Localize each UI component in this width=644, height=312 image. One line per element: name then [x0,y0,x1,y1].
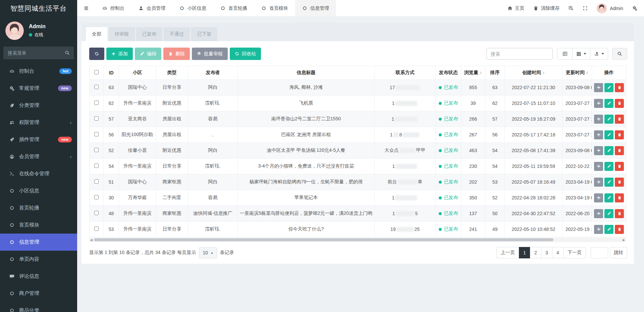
row-checkbox[interactable] [94,148,99,152]
add-button[interactable]: 添加 [106,48,133,60]
home-link[interactable]: 主页 [507,5,524,11]
row-checkbox[interactable] [94,227,99,231]
page-button-1[interactable]: 1 [519,247,530,258]
topbar-tab-会员管理[interactable]: 会员管理 [131,0,172,16]
sort-icon[interactable]: ▲▼ [542,71,545,74]
sidebar-item-权限管理[interactable]: 权限管理‹ [0,114,77,131]
row-checkbox[interactable] [94,116,99,121]
edit-row-button[interactable] [604,209,613,218]
delete-button[interactable]: 删除 [163,48,190,60]
delete-row-button[interactable] [615,209,624,218]
move-button[interactable] [594,130,603,139]
edit-row-button[interactable] [604,225,613,234]
tab-已发布[interactable]: 已发布 [136,27,162,41]
jump-page-input[interactable] [591,247,608,258]
sidebar-item-评论信息[interactable]: 评论信息 [0,268,77,285]
edit-row-button[interactable] [604,162,613,171]
sidebar-item-首页轮播[interactable]: 首页轮播 [0,199,77,216]
export-button[interactable] [590,48,608,60]
horizontal-scrollbar[interactable]: ◀ ▶ [89,238,626,242]
detail-view-button[interactable] [557,48,573,60]
row-checkbox[interactable] [94,85,99,89]
sidebar-item-信息管理[interactable]: 信息管理 [0,234,77,251]
sidebar-item-插件管理[interactable]: 插件管理new [0,131,77,148]
tab-待审核[interactable]: 待审核 [109,27,135,41]
move-button[interactable] [594,225,603,234]
refresh-button[interactable] [89,48,104,60]
sidebar-item-首页模块[interactable]: 首页模块 [0,216,77,234]
edit-row-button[interactable] [604,146,613,155]
row-checkbox[interactable] [94,179,99,184]
tab-不通过[interactable]: 不通过 [164,27,190,41]
edit-row-button[interactable] [604,99,613,108]
recycle-bin-button[interactable]: 回收站 [230,48,261,60]
sidebar-item-在线命令管理[interactable]: 在线命令管理 [0,165,77,182]
row-checkbox[interactable] [94,164,99,168]
sidebar-item-分类管理[interactable]: 分类管理 [0,97,77,114]
topbar-tab-信息管理[interactable]: 信息管理 [295,0,336,16]
batch-audit-button[interactable]: 批量审核 [192,48,228,60]
sidebar-item-控制台[interactable]: 控制台hot [0,63,77,80]
next-page-button[interactable]: 下一页 [563,247,586,258]
sort-icon[interactable]: ▲▼ [586,71,588,74]
delete-row-button[interactable] [615,83,624,92]
row-checkbox[interactable] [94,132,99,136]
edit-button[interactable]: 编辑 [135,48,161,60]
page-button-2[interactable]: 2 [530,247,541,258]
fullscreen-button[interactable] [583,6,588,11]
topbar-tab-控制台[interactable]: 控制台 [95,0,131,16]
page-button-4[interactable]: 4 [552,247,564,258]
edit-row-button[interactable] [604,178,613,187]
delete-row-button[interactable] [615,178,624,187]
delete-row-button[interactable] [615,99,624,108]
topbar-tab-首页模块[interactable]: 首页模块 [254,0,295,16]
delete-row-button[interactable] [615,193,624,202]
row-checkbox[interactable] [94,195,99,199]
sidebar-item-会员管理[interactable]: 会员管理‹ [0,148,77,165]
move-button[interactable] [594,209,603,218]
delete-row-button[interactable] [615,130,624,139]
sidebar-item-单页内容[interactable]: 单页内容 [0,251,77,268]
language-button[interactable] [569,6,574,11]
columns-button[interactable] [572,48,590,60]
edit-row-button[interactable] [604,115,613,124]
row-checkbox[interactable] [94,101,99,105]
move-button[interactable] [594,193,603,202]
scrollbar-thumb[interactable] [94,238,553,241]
search-button[interactable] [612,48,627,60]
delete-row-button[interactable] [615,146,624,155]
tab-全部[interactable]: 全部 [86,27,107,41]
delete-row-button[interactable] [615,225,624,234]
sidebar-item-商品分类[interactable]: 商品分类 [0,302,77,312]
delete-row-button[interactable] [615,115,624,124]
user-dropdown[interactable]: Admin [597,3,623,13]
hamburger-menu-icon[interactable]: ≡ [77,0,95,16]
row-checkbox[interactable] [94,211,99,215]
page-button-3[interactable]: 3 [541,247,552,258]
prev-page-button[interactable]: 上一页 [496,247,519,258]
scroll-right-arrow-icon[interactable]: ▶ [622,238,626,242]
sidebar-item-商户管理[interactable]: 商户管理 [0,285,77,302]
edit-row-button[interactable] [604,130,613,139]
move-button[interactable] [594,99,603,108]
jump-button[interactable]: 跳转 [610,247,627,258]
topbar-tab-小区信息[interactable]: 小区信息 [172,0,213,16]
edit-row-button[interactable] [604,193,613,202]
menu-search-input[interactable] [3,47,74,59]
topbar-tab-首页轮播[interactable]: 首页轮播 [213,0,254,16]
clear-cache-button[interactable]: 清除缓存 [533,5,559,11]
scroll-left-arrow-icon[interactable]: ◀ [89,238,93,242]
tab-已下架[interactable]: 已下架 [191,27,217,41]
move-button[interactable] [594,146,603,155]
move-button[interactable] [594,178,603,187]
sort-icon[interactable]: ▲▼ [480,71,482,74]
sidebar-item-常规管理[interactable]: 常规管理new [0,80,77,97]
move-button[interactable] [594,115,603,124]
select-all-checkbox[interactable] [94,70,99,74]
delete-row-button[interactable] [615,162,624,171]
page-size-select[interactable]: 10 ▲ [199,247,217,258]
move-button[interactable] [594,162,603,171]
sidebar-item-小区信息[interactable]: 小区信息 [0,182,77,199]
edit-row-button[interactable] [604,83,613,92]
table-search-input[interactable] [486,48,553,60]
